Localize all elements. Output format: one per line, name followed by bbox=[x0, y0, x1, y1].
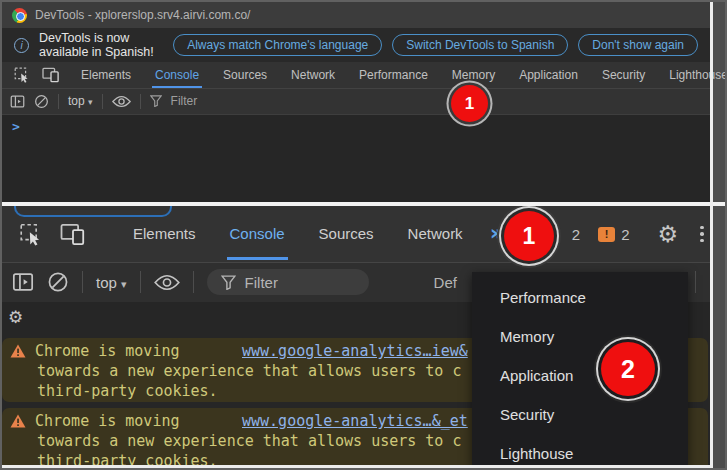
live-expression-eye-icon[interactable] bbox=[112, 95, 131, 108]
issues-icon: ! bbox=[598, 227, 615, 242]
chrome-logo-icon bbox=[12, 8, 27, 23]
separator bbox=[140, 94, 141, 109]
device-toolbar-icon[interactable] bbox=[42, 67, 60, 83]
match-language-button[interactable]: Always match Chrome's language bbox=[173, 34, 382, 56]
console-settings-gear-icon[interactable]: ⚙ bbox=[8, 307, 23, 327]
annotation-step-1-badge: 1 bbox=[451, 85, 488, 122]
separator bbox=[58, 94, 59, 109]
screenshot-edge bbox=[710, 0, 713, 470]
separator bbox=[140, 271, 141, 293]
annotation-step-2-badge: 2 bbox=[601, 342, 655, 396]
device-toolbar-icon[interactable] bbox=[60, 223, 86, 246]
window-titlebar: DevTools - xplorerslop.srv4.airvi.com.co… bbox=[2, 2, 710, 28]
inspect-element-icon[interactable] bbox=[19, 223, 43, 246]
menu-item-application[interactable]: Application bbox=[472, 356, 688, 395]
warning-source-link[interactable]: www.google-analytics…&_et bbox=[242, 411, 468, 431]
filter-input[interactable]: Filter bbox=[207, 269, 369, 295]
switch-to-spanish-button[interactable]: Switch DevTools to Spanish bbox=[392, 34, 568, 56]
issues-counter[interactable]: ! 2 bbox=[598, 226, 629, 243]
highlight-focus-ring bbox=[14, 206, 172, 217]
tab-memory[interactable]: Memory bbox=[441, 62, 506, 88]
filter-funnel-icon bbox=[150, 95, 162, 107]
tab-network[interactable]: Network bbox=[393, 206, 478, 262]
menu-item-security[interactable]: Security bbox=[472, 395, 688, 434]
context-selector[interactable]: top ▾ bbox=[96, 274, 127, 291]
settings-gear-icon[interactable]: ⚙ bbox=[658, 221, 679, 247]
filter-funnel-icon bbox=[221, 275, 236, 290]
console-toolbar: top ▾ Filter bbox=[2, 88, 710, 114]
more-tabs-icon[interactable]: » bbox=[490, 220, 504, 245]
warning-text: Chrome is moving bbox=[35, 341, 180, 361]
console-log-area[interactable]: > bbox=[2, 114, 710, 202]
tab-elements[interactable]: Elements bbox=[70, 62, 142, 88]
tab-sources[interactable]: Sources bbox=[212, 62, 278, 88]
tab-security[interactable]: Security bbox=[591, 62, 656, 88]
devtools-tabbar: Elements Console Sources Network Perform… bbox=[2, 62, 710, 88]
separator bbox=[102, 94, 103, 109]
console-prompt[interactable]: > bbox=[12, 119, 20, 134]
tab-console[interactable]: Console bbox=[215, 206, 300, 262]
annotation-step-1-badge-zoomed: 1 bbox=[504, 211, 554, 261]
chevron-down-icon: ▾ bbox=[88, 97, 93, 107]
more-tabs-menu: Performance Memory Application Security … bbox=[472, 272, 688, 466]
dont-show-again-button[interactable]: Don't show again bbox=[578, 34, 698, 56]
menu-item-performance[interactable]: Performance bbox=[472, 278, 688, 317]
tab-lighthouse[interactable]: Lighthouse bbox=[658, 62, 727, 88]
separator bbox=[695, 271, 696, 293]
filter-input[interactable]: Filter bbox=[171, 94, 198, 108]
default-levels-selector[interactable]: Def bbox=[434, 274, 457, 291]
infobar-message: DevTools is now available in Spanish! bbox=[39, 31, 157, 59]
screenshot-edge bbox=[0, 465, 713, 468]
warning-triangle-icon bbox=[10, 414, 26, 428]
menu-item-memory[interactable]: Memory bbox=[472, 317, 688, 356]
warning-text: Chrome is moving bbox=[35, 411, 180, 431]
more-options-icon[interactable] bbox=[700, 226, 704, 243]
inspect-element-icon[interactable] bbox=[14, 67, 30, 83]
window-title: DevTools - xplorerslop.srv4.airvi.com.co… bbox=[35, 8, 250, 22]
console-sidebar-icon[interactable] bbox=[10, 94, 25, 109]
issues-count: 2 bbox=[621, 226, 629, 243]
separator bbox=[82, 271, 83, 293]
menu-item-lighthouse[interactable]: Lighthouse bbox=[472, 434, 688, 466]
tab-console[interactable]: Console bbox=[144, 62, 210, 88]
tab-application[interactable]: Application bbox=[508, 62, 589, 88]
warning-triangle-icon bbox=[10, 344, 26, 358]
clear-console-icon[interactable] bbox=[34, 94, 49, 109]
info-icon: i bbox=[14, 38, 29, 53]
console-sidebar-icon[interactable] bbox=[12, 271, 34, 293]
tab-sources[interactable]: Sources bbox=[304, 206, 389, 262]
context-selector[interactable]: top ▾ bbox=[68, 94, 93, 108]
tab-network[interactable]: Network bbox=[280, 62, 346, 88]
chevron-down-icon: ▾ bbox=[121, 278, 127, 291]
error-count[interactable]: 2 bbox=[572, 226, 580, 243]
section-divider bbox=[0, 202, 727, 206]
devtools-screenshot: DevTools - xplorerslop.srv4.airvi.com.co… bbox=[0, 0, 727, 470]
live-expression-eye-icon[interactable] bbox=[154, 274, 180, 291]
tab-performance[interactable]: Performance bbox=[348, 62, 439, 88]
separator bbox=[193, 271, 194, 293]
language-infobar: i DevTools is now available in Spanish! … bbox=[2, 28, 710, 62]
clear-console-icon[interactable] bbox=[47, 271, 69, 293]
warning-source-link[interactable]: www.google-analytics…iew& bbox=[242, 341, 468, 361]
